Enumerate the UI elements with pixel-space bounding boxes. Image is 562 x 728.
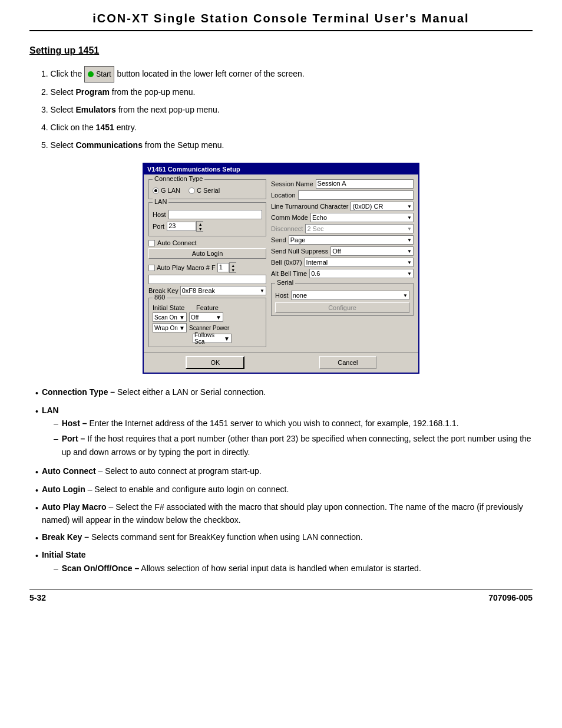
bullet-sym-6: •	[35, 532, 38, 545]
port-label: Port	[153, 223, 164, 230]
bullet-scan-item: – Scan On/Off/Once – Allows selection of…	[54, 562, 533, 575]
port-up[interactable]: ▲	[197, 222, 204, 226]
session-name-input[interactable]: Session A	[316, 179, 414, 189]
steps-list: 1. Click the OK Start button located in …	[41, 65, 533, 153]
serial-radio-label: C Serial	[197, 187, 220, 194]
page-header: iCON-XT Single Station Console Terminal …	[29, 12, 533, 31]
send-null-select[interactable]: Off ▼	[330, 246, 414, 256]
auto-connect-checkbox[interactable]	[148, 240, 155, 246]
initial-state-header: Initial State	[153, 304, 191, 311]
line-turnaround-arrow: ▼	[407, 204, 412, 209]
scan-feature-select[interactable]: Off ▼	[189, 312, 223, 322]
scan-arrow: ▼	[179, 314, 185, 321]
host-serial-arrow: ▼	[403, 293, 408, 298]
port-row: Port 23 ▲ ▼	[153, 221, 262, 232]
bullet-auto-login: • Auto Login – Select to enable and conf…	[35, 483, 533, 497]
host-input[interactable]	[168, 210, 262, 219]
alt-bell-label: Alt Bell Time	[271, 270, 307, 277]
bullet-sym-7: •	[35, 549, 38, 577]
host-serial-label: Host	[275, 292, 289, 299]
port-down[interactable]: ▼	[197, 226, 204, 231]
line-turnaround-select[interactable]: (0x0D) CR ▼	[351, 202, 414, 211]
footer-right: 707096-005	[488, 593, 533, 602]
scan-select[interactable]: Scan On ▼	[153, 312, 187, 322]
bullet-auto-play: • Auto Play Macro – Select the F# associ…	[35, 500, 533, 527]
bullet-list: • Connection Type – Select either a LAN …	[35, 386, 533, 577]
break-key-select[interactable]: 0xF8 Break ▼	[180, 286, 266, 295]
comm-mode-row: Comm Mode Echo ▼	[271, 213, 414, 222]
port-arrows[interactable]: ▲ ▼	[196, 221, 203, 232]
host-label: Host	[153, 211, 166, 218]
bullet-lan-content: LAN – Host – Enter the Internet address …	[42, 404, 533, 462]
macro-down[interactable]: ▼	[230, 268, 237, 272]
configure-button[interactable]: Configure	[275, 302, 409, 313]
lan-radio[interactable]: G LAN	[153, 187, 180, 194]
bullet-port-item: – Port – If the host requires that a por…	[54, 432, 533, 459]
scan-row: Scan On ▼ Off ▼	[153, 312, 262, 322]
left-panel: Connection Type G LAN C Serial	[148, 179, 266, 347]
cancel-button[interactable]: Cancel	[319, 356, 376, 369]
bell-row: Bell (0x07) Internal ▼	[271, 258, 414, 267]
disconnect-label: Disconnect	[271, 225, 303, 232]
macro-name-field[interactable]	[148, 275, 266, 284]
step-2: 2. Select Program from the pop-up menu.	[41, 84, 533, 100]
send-select[interactable]: Page ▼	[289, 235, 414, 245]
auto-play-label: Auto Play Macro # F	[157, 264, 216, 271]
macro-spinner[interactable]: 1 ▲ ▼	[217, 262, 236, 273]
auto-connect-label: Auto Connect	[157, 239, 197, 246]
location-input[interactable]	[298, 190, 414, 200]
follows-sca-row: Follows Sca ▼	[193, 334, 262, 343]
connection-type-label: Connection Type	[153, 175, 204, 182]
lan-group: LAN Host Port 23 ▲	[148, 202, 266, 236]
send-label: Send	[271, 236, 286, 243]
step-5: 5. Select Communications from the Setup …	[41, 137, 533, 153]
ok-cancel-row: OK Cancel	[144, 352, 418, 373]
scan-feature-arrow: ▼	[216, 314, 222, 321]
auto-play-checkbox[interactable]	[148, 265, 155, 271]
break-key-arrow: ▼	[260, 288, 265, 294]
start-button-illustration: OK Start	[84, 66, 114, 83]
auto-connect-row[interactable]: Auto Connect	[148, 239, 266, 246]
macro-arrows[interactable]: ▲ ▼	[229, 262, 236, 273]
macro-input[interactable]: 1	[217, 263, 229, 272]
step-4: 4. Click on the 1451 entry.	[41, 119, 533, 136]
disconnect-select[interactable]: 2 Sec ▼	[305, 224, 414, 233]
disconnect-arrow: ▼	[407, 226, 412, 232]
scanner-power-label: Scanner Power	[189, 325, 229, 331]
connection-type-group: G LAN C Serial	[153, 185, 262, 196]
bullet-sym-3: •	[35, 466, 38, 479]
bullet-initial-state: • Initial State – Scan On/Off/Once – All…	[35, 548, 533, 577]
follows-sca-select[interactable]: Follows Sca ▼	[193, 334, 232, 343]
feature-header: Feature	[196, 304, 219, 311]
location-row: Location	[271, 190, 414, 200]
bullet-sym-1: •	[35, 387, 38, 400]
alt-bell-select[interactable]: 0.6 ▼	[309, 269, 414, 278]
comm-mode-select[interactable]: Echo ▼	[310, 213, 414, 222]
comm-mode-arrow: ▼	[407, 215, 412, 220]
port-input[interactable]: 23	[167, 222, 196, 231]
auto-login-btn-row: Auto Login	[148, 248, 266, 261]
port-spinner[interactable]: 23 ▲ ▼	[167, 221, 203, 232]
macro-up[interactable]: ▲	[230, 263, 237, 268]
ok-button[interactable]: OK	[186, 356, 244, 369]
host-row: Host	[153, 210, 262, 219]
bullet-break-key: • Break Key – Selects command sent for B…	[35, 531, 533, 545]
footer-left: 5-32	[29, 593, 46, 602]
lan-group-content: Host Port 23 ▲ ▼	[153, 210, 262, 232]
dialog-body: Connection Type G LAN C Serial	[144, 174, 418, 352]
lan-radio-label: G LAN	[161, 187, 180, 194]
host-serial-select[interactable]: none ▼	[291, 291, 409, 300]
send-null-label: Send Null Suppress	[271, 248, 328, 255]
wrap-select[interactable]: Wrap On ▼	[153, 323, 187, 332]
serial-radio[interactable]: C Serial	[189, 187, 220, 194]
bell-select[interactable]: Internal ▼	[305, 258, 414, 267]
bullet-host-item: – Host – Enter the Internet address of t…	[54, 417, 533, 430]
start-icon	[88, 71, 94, 77]
bullet-auto-connect: • Auto Connect – Select to auto connect …	[35, 465, 533, 479]
serial-radio-circle	[189, 187, 195, 194]
dash-3: –	[54, 562, 58, 575]
wrap-arrow: ▼	[179, 325, 185, 331]
alt-bell-arrow: ▼	[407, 271, 412, 276]
dialog-wrapper: V1451 Communications Setup Connection Ty…	[29, 163, 533, 374]
auto-login-button[interactable]: Auto Login	[148, 248, 266, 259]
